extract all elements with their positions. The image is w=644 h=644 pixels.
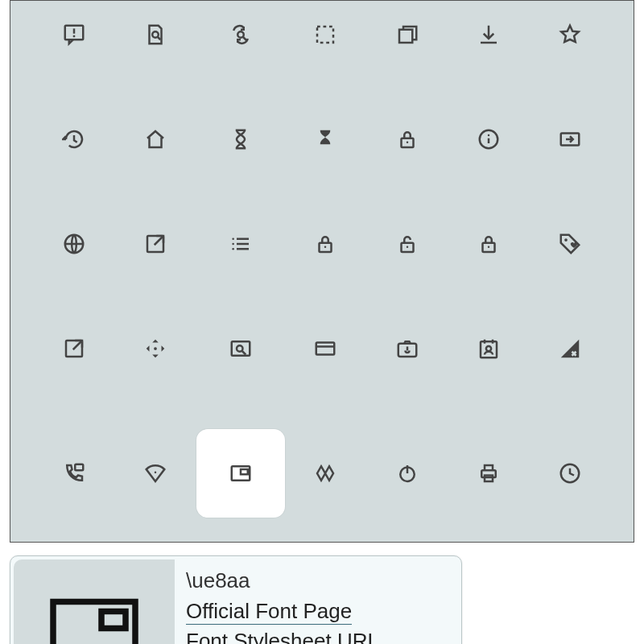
svg-rect-28 <box>481 341 497 357</box>
input-icon[interactable] <box>546 115 594 163</box>
svg-point-12 <box>232 238 234 241</box>
lock-alt-icon[interactable] <box>464 220 513 268</box>
history-icon[interactable] <box>50 115 98 163</box>
svg-point-14 <box>232 248 234 250</box>
download-icon[interactable] <box>464 10 513 59</box>
lock-open-icon[interactable] <box>383 220 431 268</box>
find-replace-icon[interactable] <box>217 10 265 59</box>
svg-rect-3 <box>317 27 333 43</box>
svg-point-13 <box>232 243 234 246</box>
polymer-icon[interactable] <box>301 449 349 497</box>
svg-point-23 <box>154 347 157 350</box>
perm-scan-wifi-icon[interactable] <box>131 449 180 497</box>
icon-codepoint: \ue8aa <box>186 566 379 597</box>
feedback-icon[interactable] <box>50 10 98 59</box>
hourglass-empty-icon[interactable] <box>217 115 265 163</box>
hourglass-full-icon[interactable] <box>301 115 349 163</box>
icon-preview <box>14 559 175 644</box>
picture-in-picture-icon[interactable] <box>196 429 285 518</box>
lock-closed-icon[interactable] <box>301 220 349 268</box>
info-icon[interactable] <box>464 115 513 163</box>
star-outline-icon[interactable] <box>546 10 594 59</box>
payment-icon[interactable] <box>301 324 349 373</box>
pageview-icon[interactable] <box>217 324 265 373</box>
svg-point-16 <box>324 246 327 249</box>
svg-point-8 <box>488 134 490 137</box>
perm-camera-mic-icon[interactable] <box>383 324 431 373</box>
language-icon[interactable] <box>50 220 98 268</box>
print-icon[interactable] <box>464 449 513 497</box>
svg-rect-33 <box>241 469 248 474</box>
restore-window-icon[interactable] <box>383 10 431 59</box>
svg-point-6 <box>406 142 408 144</box>
marquee-select-icon[interactable] <box>301 10 349 59</box>
find-in-page-icon[interactable] <box>131 10 180 59</box>
perm-contact-calendar-icon[interactable] <box>464 324 513 373</box>
svg-rect-26 <box>316 343 335 355</box>
list-icon[interactable] <box>217 220 265 268</box>
svg-rect-39 <box>101 612 126 629</box>
font-stylesheet-url-link[interactable]: Font Stylesheet URL <box>186 629 379 644</box>
home-icon[interactable] <box>131 115 180 163</box>
lock-icon[interactable] <box>383 115 431 163</box>
svg-point-18 <box>406 246 408 249</box>
icon-grid-panel <box>10 0 634 543</box>
launch-icon[interactable] <box>131 220 180 268</box>
svg-point-21 <box>564 238 568 242</box>
official-font-page-link[interactable]: Official Font Page <box>186 599 352 625</box>
svg-rect-4 <box>399 30 412 43</box>
open-with-icon[interactable] <box>131 324 180 373</box>
svg-point-20 <box>488 246 490 249</box>
svg-point-29 <box>486 346 491 351</box>
signal-disabled-icon[interactable] <box>546 324 594 373</box>
svg-rect-24 <box>231 341 250 356</box>
icon-detail-card: \ue8aa Official Font Page Font Styleshee… <box>10 555 462 644</box>
loyalty-icon[interactable] <box>546 220 594 268</box>
svg-rect-30 <box>75 464 83 471</box>
open-in-new-icon[interactable] <box>50 324 98 373</box>
power-icon[interactable] <box>383 449 431 497</box>
query-builder-icon[interactable] <box>546 449 594 497</box>
svg-point-31 <box>155 472 157 474</box>
perm-phone-msg-icon[interactable] <box>50 449 98 497</box>
